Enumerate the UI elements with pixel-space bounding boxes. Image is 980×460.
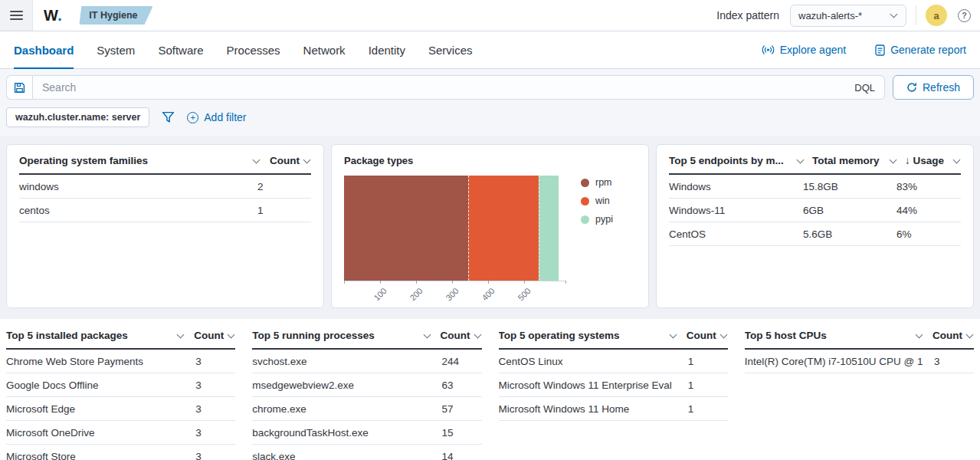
explore-agent-button[interactable]: Explore agent xyxy=(762,44,846,56)
table-cell: chrome.exe xyxy=(252,403,441,415)
count-column-header[interactable]: Count xyxy=(932,330,962,341)
table-cell: 3 xyxy=(195,356,235,367)
table-cell: CentOS xyxy=(669,228,803,240)
table-cell: Microsoft Windows 11 Enterprise Eval xyxy=(499,380,688,391)
app-tab-it-hygiene[interactable]: IT Hygiene xyxy=(79,6,152,25)
table-cell: 6GB xyxy=(803,205,896,216)
table-cell: 14 xyxy=(442,451,482,460)
table-cell: Microsoft OneDrive xyxy=(6,427,195,439)
chevron-down-icon[interactable] xyxy=(916,330,923,338)
chevron-down-icon[interactable] xyxy=(669,330,677,338)
host-cpus-panel: Top 5 host CPUs Count Intel(R) Core(TM) … xyxy=(745,330,974,460)
table-cell: 5.6GB xyxy=(803,228,896,240)
bar-segment-win[interactable] xyxy=(468,176,539,281)
installed-packages-table: Chrome Web Store Payments3Google Docs Of… xyxy=(6,350,235,460)
panel-title[interactable]: Top 5 host CPUs xyxy=(745,330,912,341)
endpoints-memory-table: Windows15.8GB83%Windows-116GB44%CentOS5.… xyxy=(669,175,961,246)
index-pattern-select[interactable]: wazuh-alerts-* xyxy=(790,5,906,27)
package-types-panel: Package types 100200300400500 rpmwinpypi xyxy=(331,144,649,308)
help-icon[interactable]: ? xyxy=(958,9,971,22)
divider xyxy=(916,5,916,25)
table-cell: msedgewebview2.exe xyxy=(252,380,441,391)
add-filter-button[interactable]: + Add filter xyxy=(187,111,246,123)
tab-processes[interactable]: Processes xyxy=(227,31,280,68)
axis-tick xyxy=(416,281,417,284)
panel-title[interactable]: Operating system families xyxy=(19,155,249,166)
count-column-header[interactable]: Count xyxy=(441,330,470,341)
panel-title[interactable]: Top 5 running processes xyxy=(252,330,419,341)
save-icon xyxy=(14,82,25,94)
module-tabbar: Dashboard System Software Processes Netw… xyxy=(0,31,980,69)
table-cell: 1 xyxy=(688,403,728,415)
os-families-table: windows2centos1 xyxy=(19,175,311,222)
table-row: CentOS Linux1 xyxy=(499,350,728,373)
legend-label: rpm xyxy=(595,177,612,188)
bar-segment-rpm[interactable] xyxy=(344,176,468,281)
table-cell: 3 xyxy=(195,451,235,460)
total-memory-column-header[interactable]: Total memory xyxy=(812,155,886,166)
table-row: Chrome Web Store Payments3 xyxy=(6,350,235,373)
table-cell: Windows xyxy=(669,181,803,192)
generate-report-button[interactable]: Generate report xyxy=(875,44,966,56)
panel-title[interactable]: Top 5 operating systems xyxy=(499,330,666,341)
chevron-down-icon[interactable] xyxy=(474,330,481,338)
tab-identity[interactable]: Identity xyxy=(369,31,405,68)
running-processes-table: svchost.exe244msedgewebview2.exe63chrome… xyxy=(252,350,481,460)
bar-segment-pypi[interactable] xyxy=(539,176,559,281)
table-cell: Windows-11 xyxy=(669,205,803,216)
operating-systems-table: CentOS Linux1Microsoft Windows 11 Enterp… xyxy=(499,350,728,421)
table-cell: 15 xyxy=(442,427,482,439)
chevron-down-icon[interactable] xyxy=(966,330,974,338)
top-bar: W. IT Hygiene Index pattern wazuh-alerts… xyxy=(0,0,980,31)
chevron-down-icon[interactable] xyxy=(228,330,235,338)
legend-item-pypi[interactable]: pypi xyxy=(581,214,636,225)
chevron-down-icon[interactable] xyxy=(177,330,185,338)
legend-swatch xyxy=(581,197,589,205)
usage-column-header[interactable]: ↓ Usage xyxy=(905,155,949,166)
table-cell: 1 xyxy=(257,205,311,216)
tab-dashboard[interactable]: Dashboard xyxy=(14,31,74,68)
panel-title[interactable]: Top 5 installed packages xyxy=(6,330,173,341)
table-row: Microsoft Windows 11 Home1 xyxy=(499,397,728,421)
legend-swatch xyxy=(581,179,589,187)
count-column-header[interactable]: Count xyxy=(194,330,224,341)
chevron-down-icon[interactable] xyxy=(303,156,311,163)
table-cell: 3 xyxy=(934,356,974,367)
panel-title[interactable]: Top 5 endpoints by m... xyxy=(669,155,793,166)
table-cell: 3 xyxy=(195,403,235,415)
chevron-down-icon[interactable] xyxy=(253,156,261,163)
sort-descending-icon: ↓ xyxy=(905,155,910,166)
running-processes-panel: Top 5 running processes Count svchost.ex… xyxy=(252,330,481,460)
user-avatar[interactable]: a xyxy=(926,5,947,26)
filter-funnel-icon[interactable] xyxy=(162,111,175,123)
report-document-icon xyxy=(875,44,885,56)
table-row: Windows15.8GB83% xyxy=(669,175,961,199)
chevron-down-icon[interactable] xyxy=(953,156,961,163)
tab-network[interactable]: Network xyxy=(303,31,346,68)
table-cell: Chrome Web Store Payments xyxy=(6,356,195,367)
chevron-down-icon[interactable] xyxy=(890,156,897,163)
legend-item-rpm[interactable]: rpm xyxy=(581,177,636,188)
count-column-header[interactable]: Count xyxy=(687,330,716,341)
refresh-button[interactable]: Refresh xyxy=(893,75,974,100)
dashboard-cards-row: Operating system families Count windows2… xyxy=(0,136,980,319)
tab-system[interactable]: System xyxy=(97,31,135,68)
table-row: svchost.exe244 xyxy=(252,350,481,373)
chart-title: Package types xyxy=(344,155,636,166)
tab-software[interactable]: Software xyxy=(158,31,203,68)
chevron-down-icon[interactable] xyxy=(797,156,805,163)
chevron-down-icon[interactable] xyxy=(423,330,431,338)
count-column-header[interactable]: Count xyxy=(270,155,300,166)
table-row: backgroundTaskHost.exe15 xyxy=(252,421,481,445)
search-input[interactable] xyxy=(42,81,847,94)
chevron-down-icon[interactable] xyxy=(719,330,727,338)
wazuh-logo[interactable]: W. xyxy=(44,7,62,25)
save-query-button[interactable] xyxy=(6,75,32,100)
menu-hamburger-button[interactable] xyxy=(0,0,33,31)
logo-dot: . xyxy=(57,7,62,24)
tab-services[interactable]: Services xyxy=(428,31,473,68)
legend-item-win[interactable]: win xyxy=(581,196,636,206)
filter-pill-cluster-name[interactable]: wazuh.cluster.name: server xyxy=(6,107,149,127)
query-language-button[interactable]: DQL xyxy=(854,82,875,94)
search-field: DQL xyxy=(32,75,885,100)
